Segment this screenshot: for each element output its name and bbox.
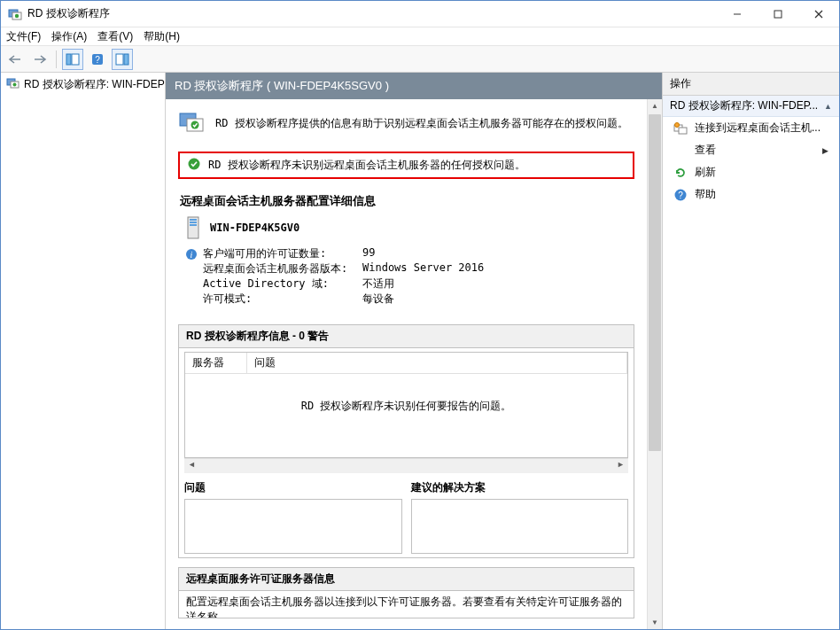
window-title: RD 授权诊断程序 bbox=[27, 6, 717, 21]
config-value: Windows Server 2016 bbox=[362, 261, 484, 276]
svg-text:?: ? bbox=[95, 55, 100, 65]
expand-icon: ▶ bbox=[822, 146, 828, 155]
connect-icon bbox=[673, 121, 688, 136]
issues-box[interactable] bbox=[184, 499, 402, 554]
config-key: 客户端可用的许可证数量: bbox=[203, 246, 326, 261]
svg-rect-22 bbox=[190, 222, 197, 223]
config-title: 远程桌面会话主机服务器配置详细信息 bbox=[166, 188, 647, 213]
config-row: Active Directory 域: 不适用 bbox=[185, 276, 627, 292]
col-server[interactable]: 服务器 bbox=[185, 353, 247, 373]
v-scrollbar[interactable] bbox=[647, 99, 662, 629]
diag-list[interactable]: 服务器 问题 RD 授权诊断程序未识别任何要报告的问题。 bbox=[184, 352, 628, 458]
config-row: 远程桌面会话主机服务器版本: Windows Server 2016 bbox=[185, 261, 627, 276]
center-pane: RD 授权诊断程序 ( WIN-FDEP4K5SGV0 ) RD 授权诊断程序提… bbox=[166, 73, 662, 629]
tree-root-item[interactable]: RD 授权诊断程序: WIN-FDEP4 bbox=[3, 74, 163, 95]
tree-pane[interactable]: RD 授权诊断程序: WIN-FDEP4 bbox=[1, 73, 166, 629]
svg-rect-4 bbox=[774, 11, 782, 18]
config-row: i客户端可用的许可证数量: 99 bbox=[185, 246, 627, 261]
info-icon: i bbox=[185, 248, 198, 261]
svg-rect-12 bbox=[124, 54, 128, 65]
action-refresh-label: 刷新 bbox=[695, 165, 716, 180]
ok-icon bbox=[187, 157, 201, 174]
body: RD 授权诊断程序: WIN-FDEP4 RD 授权诊断程序 ( WIN-FDE… bbox=[1, 73, 839, 629]
config-key: 许可模式: bbox=[203, 292, 252, 307]
svg-rect-8 bbox=[72, 54, 79, 65]
center-header: RD 授权诊断程序 ( WIN-FDEP4K5SGV0 ) bbox=[166, 73, 662, 99]
diag-panel: RD 授权诊断程序信息 - 0 警告 服务器 问题 RD 授权诊断程序未识别任何… bbox=[178, 324, 634, 558]
diagnoser-icon bbox=[178, 108, 206, 139]
titlebar[interactable]: RD 授权诊断程序 bbox=[1, 1, 839, 27]
suggest-box[interactable] bbox=[411, 499, 629, 554]
svg-text:i: i bbox=[191, 250, 193, 260]
svg-point-2 bbox=[15, 13, 19, 17]
back-button[interactable] bbox=[4, 49, 26, 70]
action-connect-label: 连接到远程桌面会话主机... bbox=[695, 121, 821, 136]
config-table: i客户端可用的许可证数量: 99 远程桌面会话主机服务器版本: Windows … bbox=[166, 243, 647, 315]
scrollbar-thumb[interactable] bbox=[649, 114, 661, 451]
tree-root-icon bbox=[6, 76, 20, 93]
help-icon: ? bbox=[673, 188, 688, 202]
licsrv-panel: 远程桌面服务许可证服务器信息 配置远程桌面会话主机服务器以连接到以下许可证服务器… bbox=[178, 567, 634, 618]
server-row: WIN-FDEP4K5GV0 bbox=[166, 213, 647, 243]
menu-action[interactable]: 操作(A) bbox=[51, 29, 87, 44]
suggest-label: 建议的解决方案 bbox=[411, 478, 629, 499]
svg-rect-11 bbox=[116, 54, 123, 65]
maximize-button[interactable] bbox=[758, 1, 798, 27]
action-help[interactable]: ? 帮助 bbox=[663, 183, 839, 206]
server-icon bbox=[185, 216, 201, 239]
toolbar: ? bbox=[1, 46, 839, 73]
diag-list-header: 服务器 问题 bbox=[185, 353, 627, 374]
menu-view[interactable]: 查看(V) bbox=[97, 29, 133, 44]
diag-panel-header: RD 授权诊断程序信息 - 0 警告 bbox=[179, 325, 634, 348]
action-connect[interactable]: 连接到远程桌面会话主机... bbox=[663, 117, 839, 139]
h-scrollbar[interactable] bbox=[184, 458, 628, 473]
svg-point-15 bbox=[13, 83, 17, 87]
action-view-label: 查看 bbox=[695, 143, 716, 158]
svg-text:?: ? bbox=[678, 191, 683, 200]
svg-rect-7 bbox=[66, 54, 71, 65]
config-key: Active Directory 域: bbox=[203, 276, 329, 292]
svg-rect-21 bbox=[190, 219, 197, 221]
app-window: RD 授权诊断程序 文件(F) 操作(A) 查看(V) 帮助(H) ? RD 授… bbox=[0, 0, 840, 630]
forward-button[interactable] bbox=[29, 49, 51, 70]
menu-file[interactable]: 文件(F) bbox=[6, 29, 41, 44]
intro-row: RD 授权诊断程序提供的信息有助于识别远程桌面会话主机服务器可能存在的授权问题。 bbox=[166, 99, 647, 148]
svg-point-28 bbox=[675, 122, 680, 127]
window-controls bbox=[717, 1, 839, 27]
config-value: 99 bbox=[362, 246, 375, 261]
config-row: 许可模式: 每设备 bbox=[185, 292, 627, 307]
licsrv-header: 远程桌面服务许可证服务器信息 bbox=[179, 568, 634, 591]
intro-text: RD 授权诊断程序提供的信息有助于识别远程桌面会话主机服务器可能存在的授权问题。 bbox=[215, 116, 628, 131]
status-callout: RD 授权诊断程序未识别远程桌面会话主机服务器的任何授权问题。 bbox=[178, 152, 634, 179]
config-value: 每设备 bbox=[362, 292, 394, 307]
help-button[interactable]: ? bbox=[87, 49, 108, 70]
show-actions-button[interactable] bbox=[112, 49, 133, 70]
show-tree-button[interactable] bbox=[62, 49, 83, 70]
action-help-label: 帮助 bbox=[695, 187, 716, 202]
toolbar-separator bbox=[56, 51, 57, 68]
svg-point-18 bbox=[191, 121, 199, 129]
action-view[interactable]: 查看 ▶ bbox=[663, 139, 839, 161]
minimize-button[interactable] bbox=[717, 1, 758, 27]
main: RD 授权诊断程序 ( WIN-FDEP4K5SGV0 ) RD 授权诊断程序提… bbox=[166, 73, 839, 629]
actions-header: 操作 bbox=[663, 73, 839, 96]
col-problem[interactable]: 问题 bbox=[247, 353, 627, 373]
callout-text: RD 授权诊断程序未识别远程桌面会话主机服务器的任何授权问题。 bbox=[208, 158, 525, 173]
diag-two-col: 问题 建议的解决方案 bbox=[184, 473, 628, 554]
refresh-icon bbox=[673, 166, 688, 180]
menu-help[interactable]: 帮助(H) bbox=[144, 29, 180, 44]
svg-rect-23 bbox=[190, 224, 197, 226]
actions-group-label: RD 授权诊断程序: WIN-FDEP... bbox=[670, 98, 818, 113]
blank-icon bbox=[673, 144, 688, 158]
config-key: 远程桌面会话主机服务器版本: bbox=[203, 261, 347, 276]
config-value: 不适用 bbox=[362, 276, 394, 292]
app-icon bbox=[8, 7, 22, 21]
tree-root-label: RD 授权诊断程序: WIN-FDEP4 bbox=[24, 77, 166, 92]
action-refresh[interactable]: 刷新 bbox=[663, 161, 839, 183]
close-button[interactable] bbox=[798, 1, 839, 27]
svg-rect-27 bbox=[679, 128, 687, 134]
actions-pane: 操作 RD 授权诊断程序: WIN-FDEP... ▲ 连接到远程桌面会话主机.… bbox=[662, 73, 839, 629]
issues-label: 问题 bbox=[184, 478, 402, 499]
licsrv-body: 配置远程桌面会话主机服务器以连接到以下许可证服务器。若要查看有关特定许可证服务器… bbox=[179, 591, 634, 618]
actions-group-header[interactable]: RD 授权诊断程序: WIN-FDEP... ▲ bbox=[663, 96, 839, 117]
